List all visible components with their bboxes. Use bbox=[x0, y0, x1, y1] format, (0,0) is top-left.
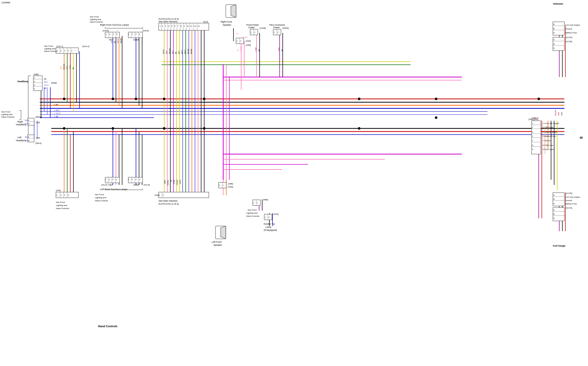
svg-text:Battery Fuse: Battery Fuse bbox=[565, 32, 577, 34]
svg-text:PK/GY: PK/GY bbox=[176, 180, 178, 185]
svg-text:V/BE: V/BE bbox=[164, 180, 166, 184]
svg-text:Right Front: Right Front bbox=[221, 21, 232, 23]
svg-text:→: → bbox=[22, 119, 24, 121]
svg-text:4: 4 bbox=[168, 25, 169, 27]
svg-text:[31LA]: [31LA] bbox=[101, 184, 107, 186]
svg-text:7: 7 bbox=[178, 25, 179, 27]
svg-text:BK: BK bbox=[44, 78, 47, 80]
svg-text:W/GT: W/GT bbox=[163, 49, 164, 54]
svg-text:B: B bbox=[553, 198, 555, 200]
svg-text:PK/BK: PK/BK bbox=[240, 46, 242, 51]
svg-text:W/R: W/R bbox=[66, 66, 68, 69]
svg-text:PK: PK bbox=[237, 49, 239, 51]
svg-text:DOM: DOM bbox=[133, 39, 139, 41]
svg-text:⇐ BE: ⇐ BE bbox=[54, 116, 58, 117]
svg-text:4: 4 bbox=[139, 179, 140, 180]
svg-text:↑[132B]: ↑[132B] bbox=[259, 27, 266, 29]
svg-text:7: 7 bbox=[532, 140, 533, 142]
svg-point-89 bbox=[135, 98, 137, 100]
svg-point-96 bbox=[358, 98, 360, 100]
svg-point-95 bbox=[203, 127, 205, 130]
svg-text:FLHTCUTG (1 of 4): FLHTCUTG (1 of 4) bbox=[159, 18, 179, 20]
svg-text:↓[111B]: ↓[111B] bbox=[565, 40, 572, 43]
svg-point-92 bbox=[63, 127, 65, 130]
svg-text:B: B bbox=[553, 43, 555, 45]
svg-text:↓[31LA]: ↓[31LA] bbox=[143, 184, 150, 186]
svg-text:H-D Link Output: H-D Link Output bbox=[565, 24, 580, 26]
svg-text:V/BE: V/BE bbox=[255, 47, 257, 51]
svg-text:2  CAN High: 2 CAN High bbox=[543, 126, 553, 128]
svg-text:W/Y: W/Y bbox=[178, 50, 180, 54]
svg-text:D: D bbox=[553, 47, 555, 49]
svg-text:2: 2 bbox=[132, 179, 133, 180]
svg-text:HDI: HDI bbox=[109, 184, 113, 186]
svg-text:Ground: Ground bbox=[565, 28, 572, 30]
svg-text:4: 4 bbox=[68, 50, 69, 52]
svg-text:Lighting and: Lighting and bbox=[246, 212, 258, 214]
svg-text:PK: PK bbox=[170, 180, 172, 182]
svg-text:2: 2 bbox=[132, 33, 133, 35]
svg-text:1: 1 bbox=[105, 179, 106, 180]
svg-text:A: A bbox=[553, 39, 555, 41]
svg-text:H-D Link Output: H-D Link Output bbox=[565, 196, 580, 198]
svg-text:(If Equipped): (If Equipped) bbox=[264, 229, 277, 231]
svg-text:B: B bbox=[553, 213, 555, 215]
svg-text:PK/BK: PK/BK bbox=[242, 36, 248, 38]
svg-text:Power: Power bbox=[273, 26, 280, 29]
svg-text:2: 2 bbox=[240, 40, 241, 42]
svg-text:4: 4 bbox=[68, 194, 69, 196]
svg-point-97 bbox=[358, 127, 360, 130]
svg-text:↑[1A]: ↑[1A] bbox=[203, 21, 208, 23]
svg-text:BK/O: BK/O bbox=[173, 180, 175, 184]
svg-text:3: 3 bbox=[135, 33, 136, 35]
svg-text:[31RA]: [31RA] bbox=[103, 30, 109, 32]
svg-point-87 bbox=[63, 98, 65, 100]
svg-text:8  CAN Low: 8 CAN Low bbox=[543, 144, 553, 146]
svg-point-93 bbox=[112, 127, 114, 130]
svg-text:Lighting and: Lighting and bbox=[90, 18, 101, 21]
svg-text:↑[35A]: ↑[35A] bbox=[227, 186, 233, 188]
svg-text:[22A-1]: [22A-1] bbox=[56, 45, 63, 48]
svg-text:2: 2 bbox=[109, 179, 110, 180]
svg-text:1: 1 bbox=[237, 40, 238, 42]
svg-text:4: 4 bbox=[116, 179, 117, 180]
svg-text:[38RA]: [38RA] bbox=[35, 116, 42, 118]
svg-text:↑[22A-2]: ↑[22A-2] bbox=[82, 45, 89, 48]
svg-text:2: 2 bbox=[61, 50, 62, 52]
svg-text:B: B bbox=[553, 28, 555, 30]
svg-text:11: 11 bbox=[190, 25, 192, 27]
svg-text:Left: Left bbox=[17, 136, 22, 139]
svg-text:BK/GN: BK/GN bbox=[63, 64, 65, 69]
svg-text:R/O: R/O bbox=[60, 66, 62, 69]
svg-text:[2A]↓: [2A]↓ bbox=[155, 194, 159, 196]
svg-text:↓[35B]: ↓[35B] bbox=[227, 183, 233, 185]
svg-text:1: 1 bbox=[128, 33, 129, 35]
svg-text:[38B]: [38B] bbox=[34, 73, 39, 76]
svg-text:BE/BK: BE/BK bbox=[190, 49, 192, 54]
svg-text:Front Power: Front Power bbox=[246, 24, 259, 26]
svg-text:IM: IM bbox=[580, 136, 583, 139]
svg-text:Battery Fuse: Battery Fuse bbox=[565, 203, 577, 205]
svg-text:1: 1 bbox=[106, 33, 107, 35]
svg-text:BE/W: BE/W bbox=[25, 140, 30, 142]
svg-text:1: 1 bbox=[265, 216, 266, 218]
wiring-svg: 1 2 3 4 Headlamp DOM [38B] 1 2 [38RA] Ri… bbox=[0, 0, 588, 366]
svg-text:9: 9 bbox=[184, 25, 185, 27]
svg-text:See Main Harness: See Main Harness bbox=[159, 200, 178, 202]
svg-text:V/W: V/W bbox=[561, 112, 563, 116]
svg-text:BK: BK bbox=[175, 51, 177, 54]
svg-text:↓[111A]: ↓[111A] bbox=[565, 36, 572, 39]
svg-point-94 bbox=[163, 127, 165, 130]
svg-text:See Front: See Front bbox=[44, 45, 53, 47]
svg-text:↓[32A]: ↓[32A] bbox=[273, 213, 279, 215]
svg-text:1: 1 bbox=[128, 179, 129, 180]
wiring-diagram: 1164846 bbox=[0, 0, 588, 366]
svg-text:Hand Controls: Hand Controls bbox=[56, 207, 69, 210]
svg-text:1: 1 bbox=[253, 202, 254, 204]
svg-marker-263 bbox=[231, 5, 236, 17]
svg-text:⇐ BE/W: ⇐ BE/W bbox=[54, 112, 61, 114]
svg-text:2: 2 bbox=[277, 31, 278, 33]
svg-text:BK/GN: BK/GN bbox=[555, 110, 556, 116]
svg-text:Lighting and: Lighting and bbox=[1, 113, 13, 116]
svg-text:BE/W: BE/W bbox=[44, 84, 49, 86]
